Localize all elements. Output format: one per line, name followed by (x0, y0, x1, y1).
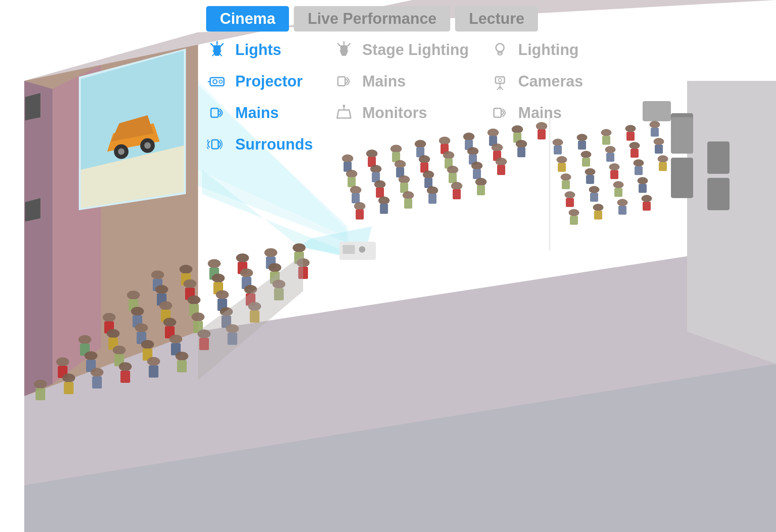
svg-point-70 (471, 162, 483, 170)
svg-point-193 (561, 173, 571, 181)
cinema-projector-item[interactable]: Projector (206, 70, 313, 92)
svg-point-114 (131, 307, 144, 316)
svg-rect-210 (639, 184, 647, 193)
svg-point-68 (447, 166, 458, 174)
tab-live-performance[interactable]: Live Performance (294, 6, 450, 32)
svg-marker-14 (25, 93, 40, 120)
svg-point-146 (141, 340, 154, 349)
lecture-mains-item[interactable]: Mains (489, 102, 594, 124)
live-mains-item[interactable]: Mains (333, 70, 469, 92)
svg-point-154 (34, 380, 47, 388)
monitors-icon (333, 102, 355, 124)
svg-point-100 (155, 285, 168, 294)
lights-icon (206, 39, 228, 61)
svg-point-88 (179, 265, 192, 274)
svg-rect-171 (707, 178, 730, 210)
svg-point-242 (343, 105, 345, 107)
svg-point-94 (264, 248, 277, 257)
svg-point-144 (113, 346, 126, 355)
svg-point-98 (127, 291, 140, 300)
svg-line-236 (348, 44, 350, 46)
monitors-label: Monitors (362, 104, 427, 122)
svg-rect-208 (614, 188, 622, 197)
svg-point-211 (569, 209, 579, 216)
svg-point-156 (62, 374, 75, 382)
projector-label: Projector (235, 73, 303, 90)
svg-point-134 (192, 312, 205, 321)
lecture-lighting-label: Lighting (518, 41, 579, 59)
svg-rect-212 (570, 216, 578, 225)
svg-rect-233 (212, 140, 218, 149)
svg-point-207 (613, 181, 624, 188)
svg-point-140 (56, 357, 69, 366)
svg-rect-184 (558, 163, 566, 172)
live-menu-column: Stage Lighting Mains (333, 39, 469, 155)
svg-point-80 (427, 186, 438, 194)
svg-point-84 (475, 178, 487, 186)
svg-rect-45 (348, 177, 356, 187)
svg-rect-165 (177, 360, 187, 372)
svg-point-128 (107, 329, 120, 338)
svg-point-86 (151, 270, 164, 279)
svg-rect-73 (497, 165, 505, 175)
svg-point-48 (394, 160, 406, 168)
svg-rect-75 (356, 209, 364, 220)
svg-rect-204 (566, 198, 574, 207)
svg-point-90 (208, 259, 221, 268)
cinema-mains-icon (206, 102, 228, 124)
svg-rect-239 (338, 77, 345, 86)
svg-point-25 (359, 246, 365, 253)
svg-point-78 (403, 191, 414, 199)
svg-point-11 (118, 148, 124, 155)
svg-point-209 (637, 177, 648, 184)
cameras-label: Cameras (518, 73, 583, 90)
svg-point-164 (175, 352, 188, 361)
tab-cinema[interactable]: Cinema (206, 6, 289, 32)
surrounds-icon (206, 133, 228, 155)
cinema-menu-column: Lights Projector (206, 39, 313, 155)
svg-rect-196 (586, 175, 594, 184)
lecture-cameras-item[interactable]: Cameras (489, 70, 594, 92)
svg-point-130 (135, 323, 148, 332)
svg-point-92 (236, 253, 249, 262)
svg-point-197 (609, 163, 620, 171)
live-monitors-item[interactable]: Monitors (333, 102, 469, 124)
camera-icon (489, 70, 511, 92)
svg-point-104 (212, 274, 225, 283)
svg-rect-155 (36, 388, 45, 400)
projector-icon (206, 70, 228, 92)
lecture-mains-label: Mains (518, 104, 562, 122)
live-mains-label: Mains (362, 73, 406, 90)
svg-rect-232 (211, 108, 218, 117)
svg-point-116 (159, 301, 172, 310)
svg-rect-218 (643, 202, 651, 211)
cinema-surrounds-item[interactable]: Surrounds (206, 133, 313, 155)
svg-point-108 (268, 263, 281, 272)
svg-point-230 (219, 80, 222, 83)
svg-rect-85 (477, 185, 485, 195)
live-stage-lighting-item[interactable]: Stage Lighting (333, 39, 469, 61)
lecture-lighting-item[interactable]: Lighting (489, 39, 594, 61)
svg-rect-157 (64, 382, 74, 394)
svg-point-44 (346, 170, 357, 178)
svg-point-148 (169, 335, 182, 344)
svg-point-215 (617, 199, 628, 206)
svg-point-243 (496, 44, 504, 52)
svg-rect-198 (610, 170, 618, 179)
cinema-mains-item[interactable]: Mains (206, 102, 313, 124)
svg-point-66 (423, 171, 434, 179)
svg-point-64 (399, 175, 410, 184)
svg-rect-202 (659, 162, 667, 171)
svg-point-162 (147, 357, 160, 366)
tab-lecture[interactable]: Lecture (455, 6, 538, 32)
svg-line-235 (338, 44, 340, 46)
lecture-menu-column: Lighting Cameras (489, 39, 594, 155)
svg-marker-238 (340, 50, 348, 56)
svg-rect-194 (562, 180, 570, 189)
svg-rect-61 (352, 193, 360, 203)
svg-rect-159 (92, 376, 102, 388)
svg-rect-251 (494, 108, 501, 117)
svg-point-13 (144, 142, 151, 149)
svg-point-112 (103, 313, 116, 322)
cinema-lights-item[interactable]: Lights (206, 39, 313, 61)
